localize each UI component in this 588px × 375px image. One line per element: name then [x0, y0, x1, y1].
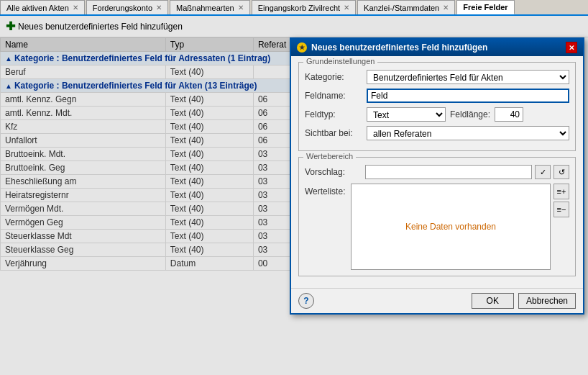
feldtyp-select[interactable]: Text	[367, 107, 446, 122]
dialog-title: Neues benutzerdefiniertes Feld hinzufüge…	[311, 42, 487, 53]
tab-label: Freie Felder	[463, 3, 507, 12]
werteliste-buttons: ≡+ ≡−	[553, 184, 569, 217]
tab-bar: Alle aktiven Akten ✕ Forderungskonto ✕ M…	[0, 0, 588, 16]
help-button[interactable]: ?	[298, 293, 314, 309]
dialog-box: ★ Neues benutzerdefiniertes Feld hinzufü…	[290, 37, 584, 315]
werteliste-row: Werteliste: Keine Daten vorhanden ≡+ ≡−	[305, 184, 569, 270]
dialog-overlay: ★ Neues benutzerdefiniertes Feld hinzufü…	[0, 16, 588, 375]
tab-label: Maßnahmearten	[176, 4, 234, 12]
tab-forderungskonto[interactable]: Forderungskonto ✕	[86, 0, 168, 14]
kategorie-row: Kategorie: Benutzerdefiniertes Feld für …	[305, 70, 569, 84]
dialog-body: Grundeinstellungen Kategorie: Benutzerde…	[291, 56, 583, 288]
dialog-footer: ? OK Abbrechen	[291, 288, 583, 313]
wertebereich-legend: Wertebereich	[303, 152, 356, 161]
tab-label: Alle aktiven Akten	[6, 4, 69, 12]
kategorie-select[interactable]: Benutzerdefiniertes Feld für Akten	[367, 70, 569, 84]
tab-close-icon[interactable]: ✕	[443, 4, 449, 12]
sichtbar-label: Sichtbar bei:	[305, 128, 362, 138]
main-area: ✚ Neues benutzerdefiniertes Feld hinzufü…	[0, 16, 588, 375]
werteliste-label: Werteliste:	[305, 184, 348, 196]
werteliste-add-button[interactable]: ≡+	[553, 184, 569, 199]
tab-close-icon[interactable]: ✕	[156, 4, 162, 12]
tab-massnahmearten[interactable]: Maßnahmearten ✕	[170, 0, 250, 14]
keine-daten-text: Keine Daten vorhanden	[405, 222, 496, 232]
dialog-footer-right: OK Abbrechen	[472, 293, 576, 309]
werteliste-remove-button[interactable]: ≡−	[553, 202, 569, 217]
dialog-title-left: ★ Neues benutzerdefiniertes Feld hinzufü…	[297, 42, 487, 53]
feldlaenge-input[interactable]	[495, 107, 523, 122]
feldtyp-row: Feldtyp: Text Feldlänge:	[305, 107, 569, 122]
feldtyp-inner: Text Feldlänge:	[367, 107, 569, 122]
feldlaenge-label: Feldlänge:	[450, 109, 490, 119]
feldname-label: Feldname:	[305, 91, 362, 101]
wertebereich-inner: Vorschlag: ✓ ↺ Werteliste: Keine Daten v…	[305, 165, 569, 270]
tab-eingangskorb[interactable]: Eingangskorb Zivilrecht ✕	[252, 0, 356, 14]
vorschlag-accept-button[interactable]: ✓	[535, 165, 551, 179]
vorschlag-label: Vorschlag:	[305, 167, 362, 177]
feldname-row: Feldname:	[305, 89, 569, 103]
abbrechen-button[interactable]: Abbrechen	[518, 293, 576, 309]
tab-alle-akten[interactable]: Alle aktiven Akten ✕	[0, 0, 85, 14]
grundeinstellungen-group: Grundeinstellungen Kategorie: Benutzerde…	[298, 62, 576, 151]
dialog-title-bar: ★ Neues benutzerdefiniertes Feld hinzufü…	[291, 39, 583, 56]
vorschlag-row: Vorschlag: ✓ ↺	[305, 165, 569, 179]
grundeinstellungen-legend: Grundeinstellungen	[303, 57, 377, 65]
wertebereich-group: Wertebereich Vorschlag: ✓ ↺ Werteliste:	[298, 157, 576, 276]
dialog-close-button[interactable]: ✕	[566, 42, 577, 53]
tab-label: Forderungskonto	[93, 4, 152, 12]
kategorie-label: Kategorie:	[305, 72, 362, 82]
grundeinstellungen-inner: Kategorie: Benutzerdefiniertes Feld für …	[305, 70, 569, 140]
ok-button[interactable]: OK	[472, 293, 514, 309]
tab-label: Kanzlei-/Stammdaten	[364, 4, 439, 12]
tab-close-icon[interactable]: ✕	[73, 4, 78, 12]
tab-freie-felder[interactable]: Freie Felder	[456, 0, 514, 14]
feldtyp-label: Feldtyp:	[305, 109, 362, 119]
vorschlag-input[interactable]	[365, 165, 532, 179]
tab-close-icon[interactable]: ✕	[344, 4, 349, 12]
werteliste-box: Keine Daten vorhanden	[351, 184, 551, 270]
vorschlag-reset-button[interactable]: ↺	[553, 165, 569, 179]
tab-label: Eingangskorb Zivilrecht	[258, 4, 340, 12]
sichtbar-select[interactable]: allen Referaten	[367, 126, 569, 140]
tab-kanzlei[interactable]: Kanzlei-/Stammdaten ✕	[357, 0, 455, 14]
feldname-input[interactable]	[367, 89, 569, 103]
dialog-icon: ★	[297, 42, 307, 53]
sichtbar-row: Sichtbar bei: allen Referaten	[305, 126, 569, 140]
tab-close-icon[interactable]: ✕	[238, 4, 244, 12]
